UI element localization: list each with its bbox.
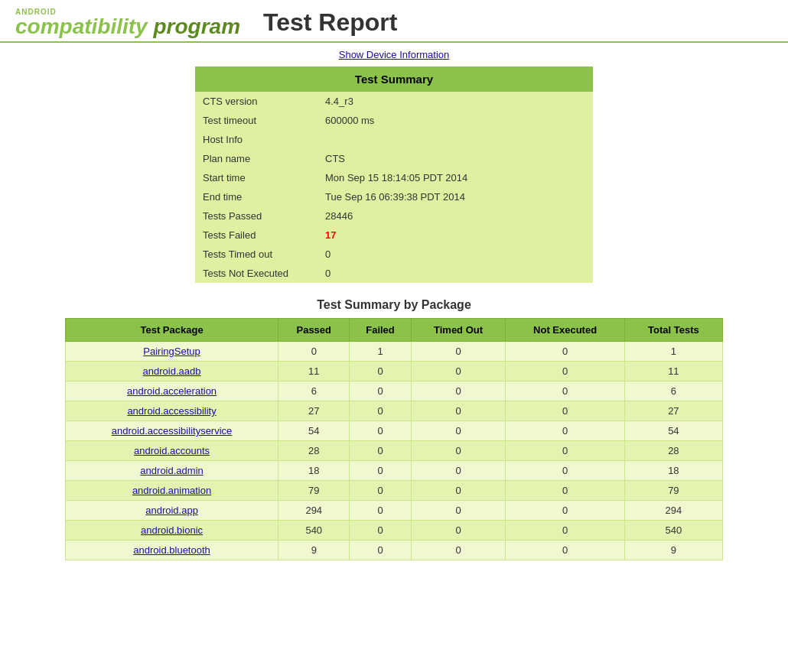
passed-cell: 540: [278, 521, 350, 541]
header: ANDROID compatibility program Test Repor…: [0, 0, 788, 43]
summary-label: Tests Not Executed: [195, 264, 317, 283]
test-summary-container: Test Summary CTS version4.4_r3Test timeo…: [195, 67, 593, 283]
passed-cell: 0: [278, 342, 350, 362]
summary-row: Test timeout600000 ms: [195, 111, 593, 130]
package-link[interactable]: android.app: [145, 505, 198, 516]
package-name-cell: android.aadb: [66, 362, 278, 381]
summary-label: Host Info: [195, 130, 317, 149]
summary-row: Start timeMon Sep 15 18:14:05 PDT 2014: [195, 168, 593, 187]
timed-out-cell: 0: [411, 421, 506, 441]
timed-out-cell: 0: [411, 362, 506, 381]
package-col-header: Timed Out: [411, 319, 506, 342]
package-link[interactable]: android.accessibilityservice: [112, 425, 233, 437]
timed-out-cell: 0: [411, 461, 506, 481]
not-executed-cell: 0: [506, 421, 624, 441]
passed-cell: 79: [278, 481, 350, 501]
passed-cell: 54: [278, 421, 350, 441]
timed-out-cell: 0: [411, 401, 506, 421]
not-executed-cell: 0: [506, 461, 624, 481]
package-col-header: Passed: [278, 319, 350, 342]
summary-value: Tue Sep 16 06:39:38 PDT 2014: [317, 187, 593, 206]
failed-cell: 0: [350, 541, 411, 560]
package-link[interactable]: android.acceleration: [127, 385, 217, 397]
total-cell: 18: [624, 461, 722, 481]
failed-cell: 1: [350, 342, 411, 362]
total-cell: 9: [624, 541, 722, 560]
total-cell: 11: [624, 362, 722, 381]
table-row: android.accessibility2700027: [66, 401, 723, 421]
timed-out-cell: 0: [411, 541, 506, 560]
summary-rows: CTS version4.4_r3Test timeout600000 msHo…: [195, 92, 593, 283]
failed-cell: 0: [350, 461, 411, 481]
total-cell: 540: [624, 521, 722, 541]
timed-out-cell: 0: [411, 481, 506, 501]
package-name-cell: android.accessibility: [66, 401, 278, 421]
package-name-cell: android.app: [66, 501, 278, 521]
not-executed-cell: 0: [506, 362, 624, 381]
table-row: android.accounts2800028: [66, 441, 723, 461]
package-link[interactable]: android.admin: [140, 465, 203, 476]
not-executed-cell: 0: [506, 381, 624, 401]
failed-cell: 0: [350, 441, 411, 461]
package-name-cell: android.admin: [66, 461, 278, 481]
package-link[interactable]: PairingSetup: [143, 346, 200, 357]
table-row: android.admin1800018: [66, 461, 723, 481]
package-link[interactable]: android.aadb: [143, 365, 201, 377]
timed-out-cell: 0: [411, 441, 506, 461]
package-link[interactable]: android.bionic: [141, 524, 203, 536]
package-link[interactable]: android.accessibility: [127, 405, 216, 417]
passed-cell: 27: [278, 401, 350, 421]
summary-label: End time: [195, 187, 317, 206]
failed-cell: 0: [350, 521, 411, 541]
summary-table: Test Summary: [195, 67, 593, 92]
package-col-header: Not Executed: [506, 319, 624, 342]
package-name-cell: android.bionic: [66, 521, 278, 541]
failed-cell: 0: [350, 481, 411, 501]
summary-value: CTS: [317, 149, 593, 168]
device-info-row: Show Device Information: [0, 43, 788, 67]
summary-value: 0: [317, 245, 593, 264]
summary-label: Test timeout: [195, 111, 317, 130]
package-table-container: Test PackagePassedFailedTimed OutNot Exe…: [65, 318, 723, 560]
summary-value: 600000 ms: [317, 111, 593, 130]
passed-cell: 18: [278, 461, 350, 481]
compat-label: compatibility program: [15, 16, 240, 37]
summary-row: Tests Timed out0: [195, 245, 593, 264]
summary-row: Tests Not Executed0: [195, 264, 593, 283]
program-label: program: [153, 15, 240, 38]
summary-value: Mon Sep 15 18:14:05 PDT 2014: [317, 168, 593, 187]
summary-label: Tests Failed: [195, 226, 317, 245]
timed-out-cell: 0: [411, 521, 506, 541]
summary-value: 0: [317, 264, 593, 283]
package-section-title: Test Summary by Package: [0, 298, 788, 312]
package-col-header: Total Tests: [624, 319, 722, 342]
summary-value: 4.4_r3: [317, 92, 593, 111]
device-info-link[interactable]: Show Device Information: [339, 49, 450, 60]
table-row: android.bionic540000540: [66, 521, 723, 541]
summary-label: Plan name: [195, 149, 317, 168]
timed-out-cell: 0: [411, 501, 506, 521]
passed-cell: 294: [278, 501, 350, 521]
summary-value: 17: [317, 226, 593, 245]
package-table-header: Test PackagePassedFailedTimed OutNot Exe…: [66, 319, 723, 342]
package-link[interactable]: android.bluetooth: [133, 544, 210, 556]
package-link[interactable]: android.accounts: [134, 445, 210, 456]
package-name-cell: android.acceleration: [66, 381, 278, 401]
package-link[interactable]: android.animation: [132, 485, 211, 496]
total-cell: 79: [624, 481, 722, 501]
summary-row: Tests Failed17: [195, 226, 593, 245]
not-executed-cell: 0: [506, 541, 624, 560]
summary-row: Plan nameCTS: [195, 149, 593, 168]
total-cell: 54: [624, 421, 722, 441]
table-row: android.accessibilityservice5400054: [66, 421, 723, 441]
summary-row: Host Info: [195, 130, 593, 149]
failed-cell: 0: [350, 421, 411, 441]
table-row: PairingSetup01001: [66, 342, 723, 362]
failed-cell: 0: [350, 401, 411, 421]
total-cell: 294: [624, 501, 722, 521]
package-name-cell: android.accessibilityservice: [66, 421, 278, 441]
summary-row: CTS version4.4_r3: [195, 92, 593, 111]
package-col-header: Test Package: [66, 319, 278, 342]
summary-label: Tests Passed: [195, 206, 317, 226]
table-row: android.bluetooth90009: [66, 541, 723, 560]
